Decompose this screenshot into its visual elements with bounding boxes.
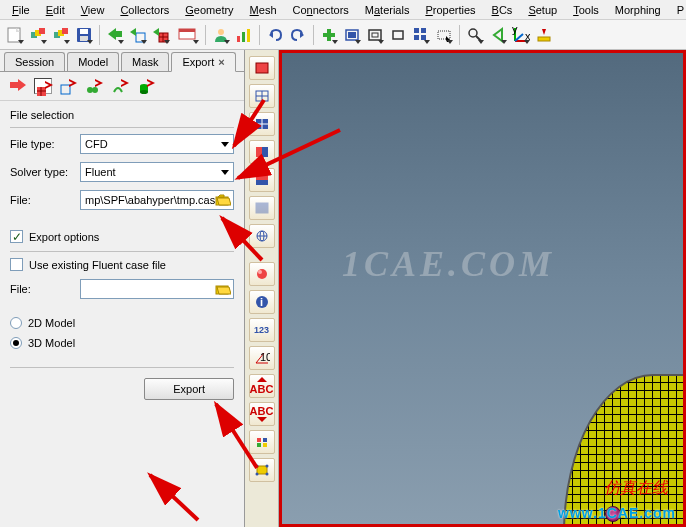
menu-edit[interactable]: Edit <box>38 2 73 18</box>
svg-marker-55 <box>69 79 77 87</box>
export-options-label: Export options <box>29 231 99 243</box>
3d-viewport[interactable]: 1CAE.COM <box>279 50 686 527</box>
tool-undo[interactable] <box>264 24 286 46</box>
svg-text:y: y <box>512 26 518 35</box>
vt-shrink[interactable] <box>249 430 275 454</box>
svg-rect-22 <box>242 32 245 42</box>
tool-import-geom[interactable] <box>127 24 149 46</box>
vt-style1[interactable] <box>249 262 275 286</box>
vt-mixed2[interactable] <box>249 168 275 192</box>
folder-open-icon[interactable] <box>215 281 231 297</box>
file-label: File: <box>10 194 80 206</box>
export-button[interactable]: Export <box>144 378 234 400</box>
tool-axes[interactable]: yx <box>510 24 532 46</box>
tool-rect-outline[interactable] <box>364 24 386 46</box>
menu-tools[interactable]: Tools <box>565 2 607 18</box>
vt-wire[interactable] <box>249 84 275 108</box>
svg-marker-92 <box>257 417 267 422</box>
export-options-checkbox[interactable]: ✓ <box>10 230 23 243</box>
svg-rect-97 <box>257 466 267 474</box>
tab-mask[interactable]: Mask <box>121 52 169 71</box>
vt-box[interactable] <box>249 458 275 482</box>
menu-geometry[interactable]: Geometry <box>177 2 241 18</box>
tool-ppt[interactable] <box>173 24 201 46</box>
file-input[interactable]: mp\SPF\abahyper\tmp.cas <box>80 190 234 210</box>
export-cylinder-icon[interactable] <box>138 78 156 94</box>
tool-views[interactable] <box>410 24 432 46</box>
svg-text:i: i <box>260 296 263 308</box>
vt-hidden[interactable] <box>249 112 275 136</box>
vt-mixed1[interactable] <box>249 140 275 164</box>
tab-model[interactable]: Model <box>67 52 119 71</box>
close-icon[interactable]: × <box>218 56 224 68</box>
svg-rect-37 <box>438 31 450 39</box>
svg-marker-68 <box>217 287 231 294</box>
tab-export[interactable]: Export× <box>171 52 235 72</box>
menu-materials[interactable]: Materials <box>357 2 418 18</box>
menu-mesh[interactable]: Mesh <box>242 2 285 18</box>
tool-find[interactable] <box>464 24 486 46</box>
menu-bcs[interactable]: BCs <box>484 2 521 18</box>
tool-import-arrow[interactable] <box>104 24 126 46</box>
folder-open-icon[interactable] <box>215 192 231 208</box>
vt-abc-up[interactable]: ABC <box>249 374 275 398</box>
menu-view[interactable]: View <box>73 2 113 18</box>
tool-save[interactable] <box>73 24 95 46</box>
vt-shaded[interactable] <box>249 56 275 80</box>
export-type-icons <box>0 72 244 101</box>
tool-new[interactable] <box>4 24 26 46</box>
vt-123[interactable]: 123 <box>249 318 275 342</box>
export-red-icon[interactable] <box>8 78 26 94</box>
tool-redo[interactable] <box>287 24 309 46</box>
vt-globe[interactable] <box>249 224 275 248</box>
svg-rect-95 <box>257 443 261 447</box>
menu-setup[interactable]: Setup <box>520 2 565 18</box>
svg-text:10: 10 <box>260 351 270 363</box>
vt-abc-down[interactable]: ABC <box>249 402 275 426</box>
menu-properties[interactable]: Properties <box>417 2 483 18</box>
svg-rect-23 <box>247 29 250 42</box>
tool-collector-yellow[interactable] <box>27 24 49 46</box>
vt-info[interactable]: i <box>249 290 275 314</box>
tab-bar: Session Model Mask Export× <box>0 50 244 72</box>
tool-select-window[interactable] <box>433 24 455 46</box>
vt-transparent[interactable] <box>249 196 275 220</box>
tool-chart[interactable] <box>233 24 255 46</box>
svg-rect-7 <box>62 28 68 34</box>
svg-marker-65 <box>218 195 224 197</box>
svg-rect-93 <box>257 438 261 442</box>
file2-input[interactable] <box>80 279 234 299</box>
file-selection-label: File selection <box>10 109 234 121</box>
tool-plus[interactable] <box>318 24 340 46</box>
solver-type-combo[interactable]: Fluent <box>80 162 234 182</box>
use-existing-label: Use existing Fluent case file <box>29 259 166 271</box>
tool-collector-green[interactable] <box>50 24 72 46</box>
export-conn-icon[interactable] <box>86 78 104 94</box>
vt-angle[interactable]: 10 <box>249 346 275 370</box>
tool-back[interactable] <box>487 24 509 46</box>
svg-rect-33 <box>414 28 419 33</box>
model-2d-radio[interactable] <box>10 317 22 329</box>
menu-post[interactable]: P <box>669 2 686 18</box>
menu-collectors[interactable]: Collectors <box>112 2 177 18</box>
tool-rect-solid[interactable] <box>341 24 363 46</box>
tool-measure[interactable] <box>533 24 555 46</box>
menu-file[interactable]: File <box>4 2 38 18</box>
file2-label: File: <box>10 283 80 295</box>
file-type-combo[interactable]: CFD <box>80 134 234 154</box>
chevron-down-icon <box>221 170 229 175</box>
use-existing-checkbox[interactable] <box>10 258 23 271</box>
model-2d-label: 2D Model <box>28 317 75 329</box>
export-curve-icon[interactable] <box>112 78 130 94</box>
menu-connectors[interactable]: Connectors <box>285 2 357 18</box>
export-mesh-icon[interactable] <box>34 78 52 94</box>
svg-point-99 <box>265 465 268 468</box>
tool-import-mesh[interactable] <box>150 24 172 46</box>
tool-rect-simple[interactable] <box>387 24 409 46</box>
watermark: 1CAE.COM <box>342 243 555 285</box>
model-3d-radio[interactable] <box>10 337 22 349</box>
tool-user[interactable] <box>210 24 232 46</box>
export-geom-icon[interactable] <box>60 78 78 94</box>
tab-session[interactable]: Session <box>4 52 65 71</box>
menu-morphing[interactable]: Morphing <box>607 2 669 18</box>
